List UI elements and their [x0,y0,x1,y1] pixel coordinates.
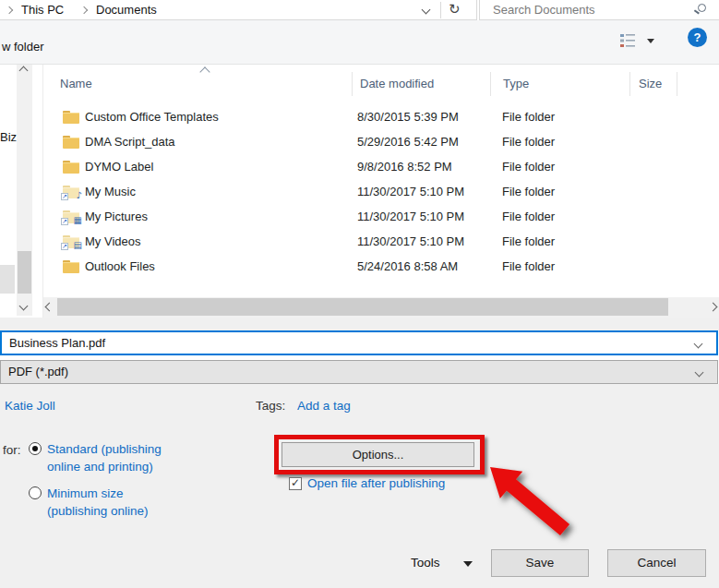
file-type: File folder [502,160,555,174]
file-row[interactable]: ↗▤My Videos11/30/2017 5:10 PMFile folder [43,230,719,255]
file-type: File folder [502,234,555,248]
search-placeholder: Search Documents [493,3,595,17]
add-a-tag-link[interactable]: Add a tag [297,399,351,413]
folder-videos-icon: ↗▤ [63,235,79,248]
file-type: File folder [502,135,555,149]
radio-standard[interactable] [29,442,42,455]
column-header-name[interactable]: Name [60,77,92,90]
search-icon[interactable] [698,4,706,12]
radio-minimum-line1: Minimum size [47,486,124,500]
radio-minimum-size[interactable] [29,486,42,499]
horizontal-scrollbar[interactable] [43,297,719,318]
details-pane: Katie Joll Tags: Add a tag for: Standard… [0,384,719,588]
nav-item-highlight [0,265,15,294]
scroll-up-icon[interactable] [19,66,29,76]
file-row[interactable]: ↗▦My Pictures11/30/2017 5:10 PMFile fold… [43,205,719,230]
chevron-down-icon[interactable] [695,368,704,378]
cancel-button[interactable]: Cancel [607,549,706,577]
annotation-arrow-icon [466,460,581,550]
radio-minimum-label[interactable]: Minimum size (publishing online) [47,485,149,520]
horizontal-scroll-thumb[interactable] [57,298,668,316]
chevron-down-icon[interactable] [694,340,703,349]
radio-standard-line2: online and printing) [47,460,153,474]
nav-item-fragment[interactable]: Biz [0,130,17,144]
radio-minimum-line2: (publishing online) [47,504,149,518]
file-row[interactable]: Outlook Files5/24/2016 8:58 AMFile folde… [43,255,719,280]
address-bar[interactable]: This PC Documents ↻ [0,0,477,20]
save-as-dialog: This PC Documents ↻ Search Documents w f… [0,0,719,588]
folder-icon [63,161,79,174]
folder-icon [63,260,79,273]
save-as-type-value: PDF (*.pdf) [8,365,68,378]
command-bar: w folder ? [0,20,719,65]
file-name: Custom Office Templates [85,110,219,124]
details-view-icon[interactable] [620,34,636,51]
divider [440,2,441,18]
tools-dropdown[interactable]: Tools [411,556,440,570]
file-date-modified: 5/29/2016 5:42 PM [357,135,459,149]
file-date-modified: 9/8/2016 8:52 PM [357,160,452,174]
scroll-down-icon[interactable] [19,302,29,311]
file-row[interactable]: Custom Office Templates8/30/2015 5:39 PM… [43,105,719,130]
help-icon[interactable]: ? [688,28,707,47]
breadcrumb-this-pc[interactable]: This PC [21,3,64,17]
column-divider[interactable] [490,72,491,96]
folder-icon [63,136,79,149]
tags-label: Tags: [256,399,285,413]
file-date-modified: 11/30/2017 5:10 PM [357,210,464,223]
scroll-left-icon[interactable] [45,303,54,312]
new-folder-button[interactable]: w folder [2,40,44,54]
breadcrumb-documents[interactable]: Documents [96,3,157,17]
file-row[interactable]: DYMO Label9/8/2016 8:52 PMFile folder [43,155,719,180]
folder-music-icon-glyph: ♪ [77,191,82,200]
file-type: File folder [502,185,555,198]
radio-standard-label[interactable]: Standard (publishing online and printing… [47,440,162,475]
shortcut-arrow-icon: ↗ [61,243,68,250]
file-type: File folder [502,259,555,273]
file-list: Name Date modified Type Size Custom Offi… [43,65,719,297]
file-row[interactable]: ↗♪My Music11/30/2017 5:10 PMFile folder [43,180,719,205]
search-input[interactable]: Search Documents [479,0,719,20]
shortcut-arrow-icon: ↗ [61,218,68,225]
file-row[interactable]: DMA Script_data5/29/2016 5:42 PMFile fol… [43,130,719,155]
file-name: My Music [85,185,136,198]
open-file-after-publishing-label[interactable]: Open file after publishing [307,476,445,490]
vertical-scrollbar[interactable] [17,65,32,316]
column-headers: Name Date modified Type Size [43,72,719,96]
column-divider[interactable] [352,72,353,96]
file-type: File folder [502,110,555,124]
address-dropdown-icon[interactable] [422,6,431,15]
file-rows: Custom Office Templates8/30/2015 5:39 PM… [43,105,719,280]
file-name: DYMO Label [85,160,153,174]
file-date-modified: 11/30/2017 5:10 PM [357,234,464,248]
annotation-highlight-rectangle [274,435,485,474]
scroll-right-icon[interactable] [709,303,718,312]
save-button[interactable]: Save [491,549,589,577]
column-divider[interactable] [629,72,630,96]
tools-chevron-icon[interactable] [463,561,473,567]
breadcrumb-chevron-icon [6,6,13,14]
column-header-type[interactable]: Type [503,77,529,90]
checkmark-icon: ✓ [291,476,300,489]
spacer [0,318,719,330]
open-file-after-publishing-checkbox[interactable]: ✓ [289,477,302,490]
breadcrumb-chevron-icon [80,6,88,14]
column-header-date-modified[interactable]: Date modified [360,77,434,90]
file-name: My Videos [85,234,140,248]
shortcut-arrow-icon: ↗ [61,193,68,200]
vertical-scroll-thumb[interactable] [18,251,31,294]
file-type: File folder [502,210,555,223]
column-divider[interactable] [677,72,677,96]
folder-icon [63,111,79,124]
column-header-size[interactable]: Size [639,77,662,90]
file-date-modified: 5/24/2016 8:58 AM [357,259,458,273]
save-as-type-select[interactable]: PDF (*.pdf) [0,360,718,384]
file-date-modified: 8/30/2015 5:39 PM [357,110,459,124]
file-name: Outlook Files [85,259,155,273]
file-date-modified: 11/30/2017 5:10 PM [357,185,464,198]
file-name-input[interactable]: Business Plan.pdf [0,330,718,355]
optimize-for-label: for: [3,443,21,457]
view-dropdown-icon[interactable] [647,39,654,43]
refresh-icon[interactable]: ↻ [449,1,461,18]
authors-link[interactable]: Katie Joll [5,399,55,413]
